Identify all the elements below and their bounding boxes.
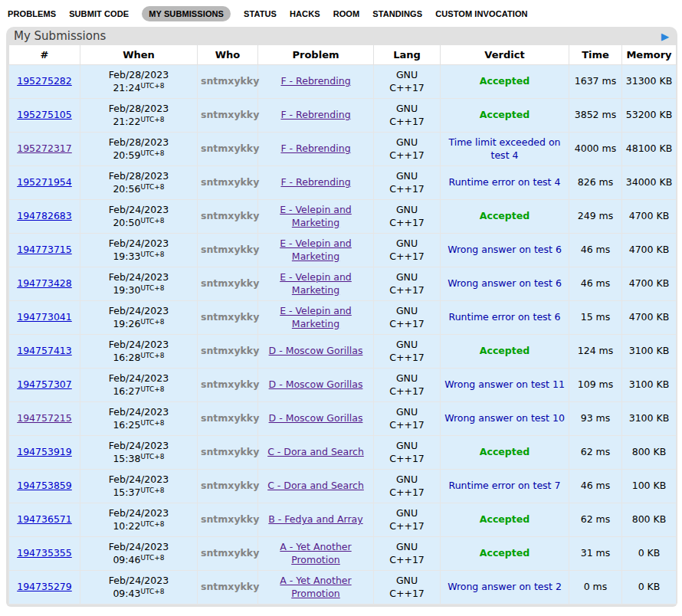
author-handle[interactable]: sntmxykky xyxy=(201,345,259,356)
nav-item-custom-invocation[interactable]: CUSTOM INVOCATION xyxy=(435,9,527,18)
submission-id-link[interactable]: 195275105 xyxy=(17,109,72,120)
language-label: GNU C++17 xyxy=(387,305,427,331)
verdict-text[interactable]: Time limit exceeded on test 4 xyxy=(448,136,560,161)
problem-link[interactable]: E - Velepin and Marketing xyxy=(280,271,352,296)
problem-link[interactable]: E - Velepin and Marketing xyxy=(280,238,352,262)
submission-time: 15:37 xyxy=(113,487,140,498)
verdict-text[interactable]: Wrong answer on test 11 xyxy=(444,378,565,390)
nav-item-status[interactable]: STATUS xyxy=(244,9,277,18)
submission-id-link[interactable]: 195275282 xyxy=(17,75,72,87)
verdict-text[interactable]: Accepted xyxy=(480,345,530,356)
exec-time-cell: 0 ms xyxy=(569,571,622,605)
submission-time: 19:26 xyxy=(113,318,140,329)
next-page-arrow-icon[interactable]: ▶ xyxy=(661,31,669,41)
verdict-text[interactable]: Runtime error on test 7 xyxy=(449,480,561,491)
memory-cell: 4700 KB xyxy=(622,267,677,301)
author-handle[interactable]: sntmxykky xyxy=(201,547,259,559)
problem-link[interactable]: A - Yet Another Promotion xyxy=(280,541,351,565)
author-handle[interactable]: sntmxykky xyxy=(201,480,259,491)
nav-item-my-submissions[interactable]: MY SUBMISSIONS xyxy=(142,6,231,21)
language-label: GNU C++17 xyxy=(387,507,427,533)
submission-id-link[interactable]: 194753859 xyxy=(17,480,72,491)
timezone-label: UTC+8 xyxy=(140,520,164,528)
problem-link[interactable]: C - Dora and Search xyxy=(267,480,364,491)
nav-item-problems[interactable]: PROBLEMS xyxy=(8,9,56,18)
problem-link[interactable]: A - Yet Another Promotion xyxy=(280,575,351,599)
submission-id-link[interactable]: 194753919 xyxy=(17,446,72,457)
timezone-label: UTC+8 xyxy=(140,251,164,258)
verdict-text[interactable]: Wrong answer on test 6 xyxy=(448,277,562,289)
memory-cell: 3100 KB xyxy=(622,335,677,369)
author-handle[interactable]: sntmxykky xyxy=(201,311,259,323)
problem-link[interactable]: F - Rebrending xyxy=(280,109,350,120)
author-handle[interactable]: sntmxykky xyxy=(201,277,259,289)
verdict-text[interactable]: Accepted xyxy=(480,210,530,221)
language-label: GNU C++17 xyxy=(387,372,427,398)
submission-id-link[interactable]: 194757413 xyxy=(17,345,72,356)
nav-item-room[interactable]: ROOM xyxy=(333,9,360,18)
submission-date: Feb/24/2023 xyxy=(84,339,194,352)
submission-id-link[interactable]: 194735355 xyxy=(17,547,72,559)
verdict-text[interactable]: Accepted xyxy=(480,513,530,525)
memory-cell: 31300 KB xyxy=(622,65,677,99)
submission-id-link[interactable]: 194736571 xyxy=(17,513,72,525)
verdict-text[interactable]: Wrong answer on test 10 xyxy=(444,412,565,424)
nav-item-submit-code[interactable]: SUBMIT CODE xyxy=(69,9,129,18)
author-handle[interactable]: sntmxykky xyxy=(201,75,259,87)
problem-link[interactable]: F - Rebrending xyxy=(280,176,350,188)
language-label: GNU C++17 xyxy=(387,103,427,129)
problem-link[interactable]: D - Moscow Gorillas xyxy=(269,412,363,424)
problem-link[interactable]: F - Rebrending xyxy=(280,143,350,154)
nav-item-hacks[interactable]: HACKS xyxy=(290,9,320,18)
language-label: GNU C++17 xyxy=(387,473,427,500)
when-cell: Feb/24/2023 19:33UTC+8 xyxy=(80,234,198,267)
timezone-label: UTC+8 xyxy=(140,487,164,494)
submission-row: 194735279 Feb/24/2023 09:43UTC+8 sntmxyk… xyxy=(9,571,677,605)
author-handle[interactable]: sntmxykky xyxy=(201,143,259,154)
verdict-text[interactable]: Wrong answer on test 2 xyxy=(448,581,562,592)
submission-id-link[interactable]: 194773428 xyxy=(17,277,72,289)
memory-cell: 34000 KB xyxy=(622,166,677,200)
problem-link[interactable]: E - Velepin and Marketing xyxy=(280,204,352,228)
author-handle[interactable]: sntmxykky xyxy=(201,412,259,424)
submission-id-link[interactable]: 194735279 xyxy=(17,581,72,592)
submission-id-link[interactable]: 195272317 xyxy=(17,143,72,154)
problem-link[interactable]: D - Moscow Gorillas xyxy=(269,378,363,390)
author-handle[interactable]: sntmxykky xyxy=(201,244,259,255)
problem-link[interactable]: E - Velepin and Marketing xyxy=(280,305,352,329)
problem-link[interactable]: F - Rebrending xyxy=(280,75,350,87)
timezone-label: UTC+8 xyxy=(140,183,164,191)
author-handle[interactable]: sntmxykky xyxy=(201,581,259,592)
when-cell: Feb/24/2023 15:37UTC+8 xyxy=(80,470,198,503)
submission-id-link[interactable]: 194757307 xyxy=(17,378,72,390)
verdict-text[interactable]: Accepted xyxy=(480,446,530,457)
submission-id-link[interactable]: 194782683 xyxy=(17,210,72,221)
author-handle[interactable]: sntmxykky xyxy=(201,378,259,390)
author-handle[interactable]: sntmxykky xyxy=(201,513,259,525)
submission-id-link[interactable]: 195271954 xyxy=(17,176,72,188)
col-header-memory: Memory xyxy=(622,45,677,65)
submission-id-link[interactable]: 194757215 xyxy=(17,412,72,424)
author-handle[interactable]: sntmxykky xyxy=(201,176,259,188)
verdict-text[interactable]: Wrong answer on test 6 xyxy=(448,244,562,255)
author-handle[interactable]: sntmxykky xyxy=(201,210,259,221)
submission-row: 194773041 Feb/24/2023 19:26UTC+8 sntmxyk… xyxy=(9,301,677,335)
submission-id-link[interactable]: 194773715 xyxy=(17,244,72,255)
submission-id-link[interactable]: 194773041 xyxy=(17,311,72,323)
problem-link[interactable]: D - Moscow Gorillas xyxy=(269,345,363,356)
language-label: GNU C++17 xyxy=(387,339,427,365)
table-header-row: # When Who Problem Lang Verdict Time Mem… xyxy=(9,45,677,65)
author-handle[interactable]: sntmxykky xyxy=(201,109,259,120)
verdict-text[interactable]: Accepted xyxy=(480,75,530,87)
author-handle[interactable]: sntmxykky xyxy=(201,446,259,457)
exec-time-cell: 93 ms xyxy=(569,402,622,436)
problem-link[interactable]: C - Dora and Search xyxy=(267,446,364,457)
problem-link[interactable]: B - Fedya and Array xyxy=(268,513,362,525)
nav-item-standings[interactable]: STANDINGS xyxy=(372,9,422,18)
verdict-text[interactable]: Accepted xyxy=(480,109,530,120)
submission-row: 194753919 Feb/24/2023 15:38UTC+8 sntmxyk… xyxy=(9,436,677,470)
verdict-text[interactable]: Accepted xyxy=(480,547,530,559)
submission-time: 19:33 xyxy=(113,251,140,262)
verdict-text[interactable]: Runtime error on test 4 xyxy=(449,176,561,188)
verdict-text[interactable]: Runtime error on test 6 xyxy=(449,311,561,323)
